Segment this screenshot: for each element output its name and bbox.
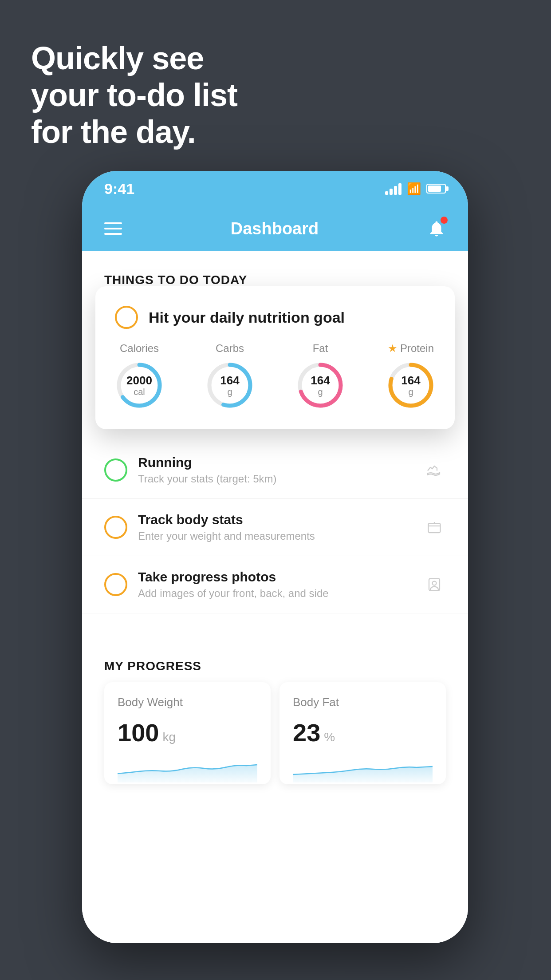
nutrition-main-item: Hit your daily nutrition goal (115, 306, 435, 329)
svg-point-12 (433, 581, 437, 585)
body-stats-checkbox[interactable] (104, 516, 127, 539)
body-stats-subtitle: Enter your weight and measurements (138, 530, 412, 542)
body-weight-card: Body Weight 100 kg (104, 682, 271, 784)
status-time: 9:41 (104, 180, 134, 198)
photos-subtitle: Add images of your front, back, and side (138, 587, 412, 600)
carbs-label: Carbs (216, 342, 244, 355)
progress-grid: Body Weight 100 kg (82, 682, 468, 784)
body-fat-card: Body Fat 23 % (279, 682, 446, 784)
photos-checkbox[interactable] (104, 573, 127, 596)
wifi-icon: 📶 (407, 182, 421, 196)
body-weight-value: 100 kg (118, 718, 257, 747)
body-weight-sparkline (118, 756, 257, 782)
hero-text: Quickly see your to-do list for the day. (31, 40, 237, 150)
nutrition-card: Hit your daily nutrition goal Calories 2… (95, 286, 455, 429)
hamburger-button[interactable] (104, 222, 122, 235)
nutrition-label: Hit your daily nutrition goal (149, 309, 345, 326)
protein-label: ★ Protein (388, 342, 434, 355)
running-subtitle: Track your stats (target: 5km) (138, 473, 412, 485)
phone-content: THINGS TO DO TODAY Hit your daily nutrit… (82, 251, 468, 943)
nutrition-calories: Calories 2000 cal (115, 342, 164, 410)
star-icon: ★ (388, 342, 398, 355)
body-fat-value: 23 % (293, 718, 433, 747)
carbs-ring: 164 g (205, 361, 254, 410)
body-weight-title: Body Weight (118, 695, 257, 709)
running-title: Running (138, 455, 412, 470)
shoe-icon (423, 458, 446, 482)
todo-row-photos[interactable]: Take progress photos Add images of your … (82, 556, 468, 613)
battery-icon (426, 184, 446, 194)
calories-ring: 2000 cal (115, 361, 164, 410)
progress-section: MY PROGRESS Body Weight 100 kg (82, 641, 468, 784)
photos-title: Take progress photos (138, 569, 412, 585)
body-fat-sparkline (293, 756, 433, 782)
person-icon (423, 573, 446, 596)
protein-ring: 164 g (386, 361, 435, 410)
nav-bar: Dashboard (82, 206, 468, 251)
nutrition-checkbox[interactable] (115, 306, 138, 329)
body-stats-title: Track body stats (138, 512, 412, 527)
nutrition-protein: ★ Protein 164 g (386, 342, 435, 410)
status-bar: 9:41 📶 (82, 171, 468, 206)
nav-title: Dashboard (231, 219, 319, 238)
signal-icon (385, 182, 401, 195)
fat-ring: 164 g (296, 361, 345, 410)
progress-header: MY PROGRESS (82, 641, 468, 682)
running-checkbox[interactable] (104, 458, 127, 482)
scale-icon (423, 516, 446, 539)
bell-icon[interactable] (427, 218, 446, 239)
todo-list: Running Track your stats (target: 5km) T… (82, 442, 468, 613)
status-icons: 📶 (385, 182, 446, 196)
nutrition-grid: Calories 2000 cal Carbs (115, 342, 435, 410)
svg-rect-8 (429, 523, 441, 533)
nutrition-carbs: Carbs 164 g (205, 342, 254, 410)
fat-label: Fat (313, 342, 328, 355)
nutrition-fat: Fat 164 g (296, 342, 345, 410)
calories-label: Calories (120, 342, 159, 355)
todo-row-running[interactable]: Running Track your stats (target: 5km) (82, 442, 468, 499)
notification-dot (441, 217, 448, 224)
todo-row-body-stats[interactable]: Track body stats Enter your weight and m… (82, 499, 468, 556)
phone-mockup: 9:41 📶 Dashboard TH (82, 171, 468, 943)
body-fat-title: Body Fat (293, 695, 433, 709)
